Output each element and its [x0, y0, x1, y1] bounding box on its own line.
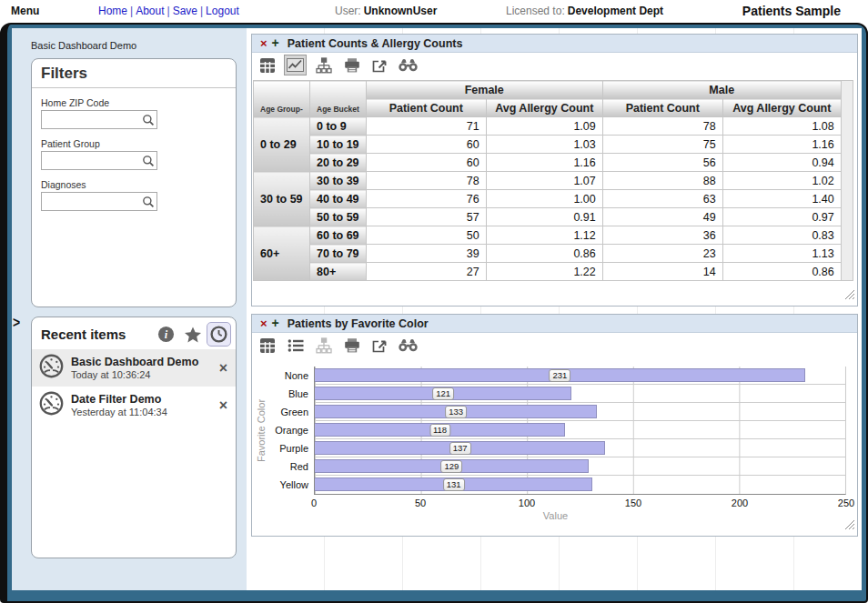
patient-table: Age Group- Age Bucket Female Male Patien…: [253, 80, 842, 281]
table-row: 30 to 5930 to 39781.07881.02: [254, 172, 842, 190]
value-cell: 1.16: [486, 154, 602, 172]
license-label: Licensed to:: [506, 5, 565, 17]
license-name: Development Dept: [568, 5, 663, 17]
value-cell: 71: [366, 117, 486, 136]
filter-input[interactable]: [42, 111, 142, 128]
col-age-bucket[interactable]: Age Bucket: [310, 81, 367, 117]
search-icon[interactable]: [142, 196, 156, 208]
chart-row: 137: [315, 439, 845, 457]
filter-input[interactable]: [42, 152, 142, 169]
panel-resize-handle[interactable]: [845, 517, 854, 533]
search-icon[interactable]: [142, 114, 156, 126]
filter-field: Diagnoses: [32, 179, 236, 211]
age-bucket-cell: 40 to 49: [310, 190, 367, 208]
license-block: Licensed to:Development Dept: [506, 5, 663, 17]
value-cell: 0.91: [486, 208, 602, 226]
value-cell: 1.09: [486, 117, 602, 136]
table-icon-button[interactable]: [256, 55, 278, 75]
filter-input[interactable]: [42, 193, 142, 210]
recent-item-title[interactable]: Basic Dashboard Demo: [71, 356, 219, 368]
filters-title: Filters: [32, 59, 236, 88]
remove-recent-item-button[interactable]: ×: [219, 399, 227, 412]
col-age-group[interactable]: Age Group-: [254, 81, 310, 117]
panel-add-button[interactable]: +: [272, 317, 279, 329]
export-icon-button[interactable]: [368, 335, 391, 356]
col-female: Female: [366, 81, 602, 99]
value-cell: 76: [366, 190, 486, 208]
nav-link-home[interactable]: Home: [98, 5, 127, 17]
clock-icon-button[interactable]: [207, 322, 231, 347]
nav-link-logout[interactable]: Logout: [206, 5, 239, 17]
x-tick-label: 150: [625, 497, 641, 508]
table-icon-button[interactable]: [256, 335, 278, 356]
table-row: 80+271.22140.86: [254, 263, 842, 281]
info-icon-button[interactable]: i: [154, 322, 178, 347]
x-tick-label: 100: [519, 497, 535, 508]
nav-separator: |: [197, 5, 206, 17]
value-cell: 1.12: [486, 226, 602, 245]
value-cell: 0.97: [722, 208, 841, 226]
table-row: 20 to 29601.16560.94: [254, 154, 842, 172]
nav-links: Home|About|Save|Logout: [98, 5, 239, 17]
value-cell: 1.03: [486, 136, 602, 154]
value-cell: 78: [366, 172, 486, 190]
user-name: UnknownUser: [364, 5, 438, 17]
recent-item-title[interactable]: Date Filter Demo: [71, 393, 219, 406]
filter-search-box: [41, 110, 157, 129]
table-row: 70 to 79390.86231.13: [254, 245, 842, 263]
age-bucket-cell: 70 to 79: [310, 245, 367, 263]
user-label: User:: [335, 5, 361, 17]
col-male-patient-count[interactable]: Patient Count: [602, 99, 722, 117]
export-icon-button[interactable]: [368, 55, 391, 75]
printer-icon-button[interactable]: [340, 335, 363, 356]
category-label: Yellow: [268, 476, 314, 494]
col-male-avg-allergy[interactable]: Avg Allergy Count: [722, 99, 841, 117]
col-female-patient-count[interactable]: Patient Count: [366, 99, 486, 117]
filters-panel: Filters Home ZIP CodePatient GroupDiagno…: [31, 58, 237, 307]
age-bucket-cell: 50 to 59: [310, 208, 367, 226]
binoculars-icon-button[interactable]: [397, 335, 419, 356]
age-group-cell: 0 to 29: [254, 117, 310, 172]
panel-close-button[interactable]: ×: [260, 37, 267, 49]
remove-recent-item-button[interactable]: ×: [219, 362, 227, 375]
recent-item[interactable]: Basic Dashboard DemoToday at 10:36:24×: [32, 349, 236, 387]
sidebar-collapse-arrow[interactable]: >: [13, 313, 20, 330]
value-cell: 78: [602, 117, 722, 136]
age-bucket-cell: 30 to 39: [310, 172, 367, 190]
value-cell: 88: [602, 172, 722, 190]
panel-add-button[interactable]: +: [272, 37, 279, 49]
value-cell: 60: [366, 154, 486, 172]
recent-item-time: Today at 10:36:24: [71, 369, 219, 380]
value-cell: 36: [602, 226, 722, 245]
age-bucket-cell: 60 to 69: [310, 226, 367, 245]
col-male: Male: [602, 81, 841, 99]
menu-button[interactable]: Menu: [11, 5, 39, 17]
category-label: Purple: [268, 439, 314, 457]
filter-label: Patient Group: [41, 138, 236, 149]
search-icon[interactable]: [142, 155, 156, 167]
value-cell: 56: [602, 154, 722, 172]
x-tick-label: 50: [415, 497, 426, 508]
panel-resize-handle[interactable]: [845, 286, 854, 303]
star-icon-button[interactable]: [180, 322, 205, 347]
col-female-avg-allergy[interactable]: Avg Allergy Count: [486, 99, 602, 117]
top-nav: Menu Home|About|Save|Logout User:Unknown…: [0, 0, 868, 23]
chart-row: 129: [315, 457, 845, 476]
binoculars-icon-button[interactable]: [397, 55, 419, 75]
nav-link-about[interactable]: About: [136, 5, 164, 17]
table-row: 50 to 59570.91490.97: [254, 208, 842, 226]
table-scrollbar-track[interactable]: [842, 80, 853, 281]
table-row: 10 to 19601.03751.16: [254, 136, 842, 154]
list-icon-button[interactable]: [284, 335, 307, 356]
hierarchy-icon-button[interactable]: [312, 335, 335, 356]
recent-item[interactable]: Date Filter DemoYesterday at 11:04:34×: [32, 387, 236, 424]
nav-link-save[interactable]: Save: [173, 5, 197, 17]
panel-title: Patient Counts & Allergy Counts: [288, 37, 463, 50]
printer-icon-button[interactable]: [340, 55, 363, 75]
dashboard-frame: Basic Dashboard Demo Filters Home ZIP Co…: [0, 23, 868, 603]
x-tick-label: 200: [732, 497, 748, 508]
hierarchy-icon-button[interactable]: [312, 55, 335, 75]
value-cell: 1.02: [722, 172, 841, 190]
chart-icon-button[interactable]: [284, 55, 307, 75]
panel-close-button[interactable]: ×: [260, 317, 267, 329]
